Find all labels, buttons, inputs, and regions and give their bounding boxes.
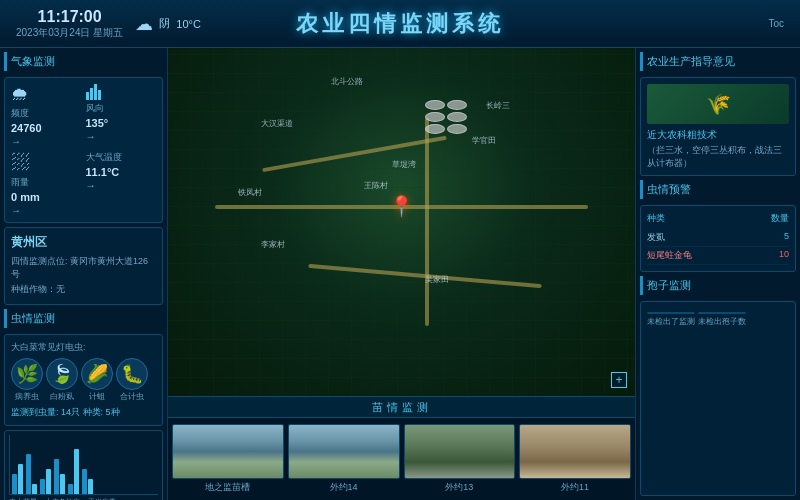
weather-icon: ☁ (135, 13, 153, 35)
temperature: 10°C (176, 18, 201, 30)
spore-thumb-0 (647, 312, 695, 314)
left-panel: 气象监测 🌧 频度 24760 → 风向 (0, 48, 168, 500)
weather-desc: 阴 (159, 16, 170, 31)
camera-thumb-2[interactable] (404, 424, 516, 479)
chart-bars (9, 435, 158, 495)
camera-thumb-1[interactable] (288, 424, 400, 479)
map-label-wu: 吴家田 (425, 274, 449, 285)
date-display: 2023年03月24日 星期五 (16, 26, 123, 40)
bar-3b (46, 469, 51, 494)
toc-label: Toc (768, 18, 784, 29)
map-label-xue: 学官田 (472, 135, 496, 146)
frequency-item: 🌧 频度 24760 → (11, 84, 82, 147)
rain-value: 0 mm (11, 191, 82, 203)
pest-total-value: 14只 (61, 407, 80, 417)
forecast-header-name: 种类 (647, 212, 665, 225)
header-right: Toc (768, 18, 784, 29)
bar-6b (88, 479, 93, 494)
wind-bars (86, 84, 157, 100)
map-label-chang: 长岭三 (486, 100, 510, 111)
advice-subtitle: 近大农科粗技术 (647, 128, 789, 142)
time-display: 11:17:00 (16, 8, 123, 26)
chart-section: 农土背景 小麦条纹病 玉米病毒 (4, 430, 163, 500)
map-grid-overlay (168, 48, 635, 396)
pest-img-3: 🐛 (116, 358, 148, 390)
weather-section-title: 气象监测 (4, 52, 163, 71)
wind-value: 135° (86, 117, 157, 129)
forecast-header: 种类 数量 (647, 212, 789, 225)
pest-img-1: 🍃 (46, 358, 78, 390)
rain-symbol: ⛆ (11, 151, 82, 174)
header-center: 农业四情监测系统 (296, 9, 504, 39)
spore-item-0: 未检出了监测 (647, 312, 695, 327)
camera-water-bg (173, 425, 283, 478)
advice-text: （拦三水，空停三丛积布，战法三从计布器） (647, 144, 789, 169)
wind-arrow: → (86, 131, 157, 142)
camera-field-bg (405, 425, 515, 478)
pest-item-1: 🍃 白粉虱 (46, 358, 78, 402)
forecast-row-0: 发虱 5 (647, 229, 789, 247)
pest-item-3: 🐛 合计虫 (116, 358, 148, 402)
frequency-arrow: → (11, 136, 82, 147)
divider-title: 苗情监测 (372, 400, 432, 415)
pest-label-1: 白粉虱 (50, 391, 74, 402)
map-label-da: 大汉渠道 (261, 118, 293, 129)
map-zoom-in-button[interactable]: + (611, 372, 627, 388)
pest-section-title: 虫情监测 (4, 309, 163, 328)
pest-label-2: 计蛆 (89, 391, 105, 402)
wind-bar-1 (86, 92, 89, 100)
camera-item-1: 外约14 (288, 424, 400, 494)
map-label-li: 李家村 (261, 239, 285, 250)
weather-block: ☁ 阴 10°C (135, 13, 201, 35)
forecast-count-0: 5 (784, 231, 789, 244)
camera-grain-bg (520, 425, 630, 478)
pest-item-2: 🌽 计蛆 (81, 358, 113, 402)
section-divider: 苗情监测 (168, 396, 635, 418)
rain-arrow: → (11, 205, 82, 216)
chart-group-1 (12, 464, 23, 494)
atmos-arrow: → (86, 180, 157, 191)
camera-thumb-3[interactable] (519, 424, 631, 479)
advice-thumbnail: 🌾 (647, 84, 789, 124)
wind-bar-2 (90, 88, 93, 100)
weather-section: 🌧 频度 24760 → 风向 135° → (4, 77, 163, 223)
advice-section: 🌾 近大农科粗技术 （拦三水，空停三丛积布，战法三从计布器） (640, 77, 796, 176)
right-panel: 农业生产指导意见 🌾 近大农科粗技术 （拦三水，空停三丛积布，战法三从计布器） … (635, 48, 800, 500)
wind-bar-4 (98, 90, 101, 100)
frequency-label: 频度 (11, 107, 82, 120)
forecast-header-count: 数量 (771, 212, 789, 225)
pest-species-value: 5种 (106, 407, 120, 417)
forecast-name-0: 发虱 (647, 231, 665, 244)
map-label-tie: 铁凤村 (238, 187, 262, 198)
header-left: 11:17:00 2023年03月24日 星期五 ☁ 阴 10°C (16, 8, 201, 40)
pest-stats: 监测到虫量: 14只 种类: 5种 (11, 406, 156, 419)
chart-group-6 (82, 469, 93, 494)
advice-section-title: 农业生产指导意见 (640, 52, 796, 71)
forecast-count-1: 10 (779, 249, 789, 262)
map-road-vertical (425, 118, 429, 327)
bar-4b (60, 474, 65, 494)
map-label-wang: 王陈村 (364, 180, 388, 191)
atmos-value: 11.1°C (86, 166, 157, 178)
pest-img-2: 🌽 (81, 358, 113, 390)
pest-img-0: 🌿 (11, 358, 43, 390)
camera-item-3: 外约11 (519, 424, 631, 494)
map-container[interactable]: 北斗公路 王陈村 大汉渠道 李家村 学官田 长岭三 铁凤村 吴家田 草堤湾 📍 … (168, 48, 635, 396)
location-crop: 种植作物：无 (11, 283, 156, 296)
main-content: 气象监测 🌧 频度 24760 → 风向 (0, 48, 800, 500)
atmos-label: 大气温度 (86, 151, 157, 164)
chart-group-4 (54, 459, 65, 494)
camera-thumb-0[interactable] (172, 424, 284, 479)
bar-1a (12, 474, 17, 494)
spore-section: 未检出了监测 未检出孢子数 (640, 301, 796, 496)
location-section: 黄州区 四情监测点位: 黄冈市黄州大道126号 种植作物：无 (4, 227, 163, 305)
bar-5a (68, 484, 73, 494)
forecast-name-1: 短尾蛀金龟 (647, 249, 692, 262)
camera-label-0: 地之监苗槽 (205, 481, 250, 494)
bar-2a (26, 454, 31, 494)
spore-thumb-1 (698, 312, 746, 314)
time-block: 11:17:00 2023年03月24日 星期五 (16, 8, 123, 40)
bar-1b (18, 464, 23, 494)
spore-images: 未检出了监测 未检出孢子数 (647, 312, 789, 327)
camera-water-bg-1 (289, 425, 399, 478)
